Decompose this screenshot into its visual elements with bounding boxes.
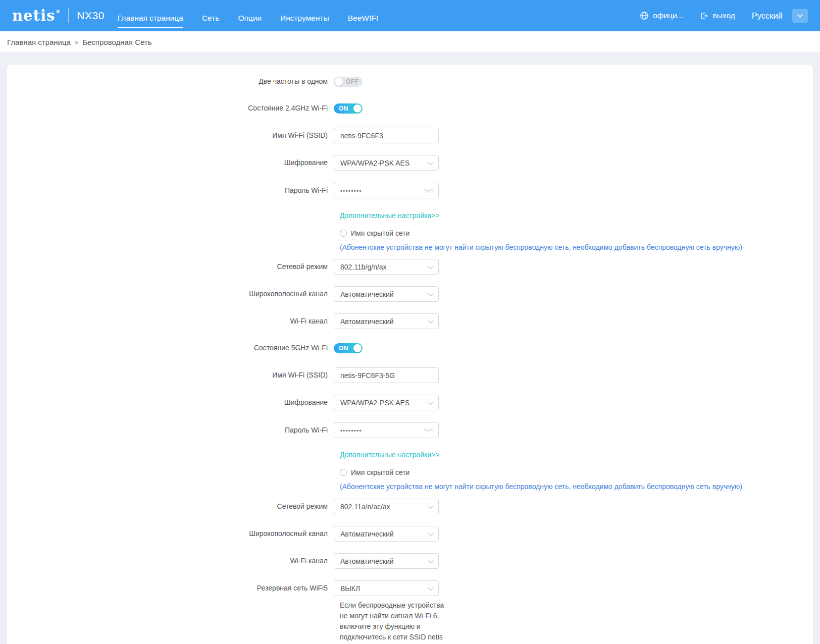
chevron-down-icon: [428, 560, 434, 564]
wifi24-channel-select[interactable]: Автоматический: [334, 313, 439, 329]
wifi24-hidden-ssid-radio[interactable]: [340, 230, 347, 237]
wifi5-status-toggle[interactable]: ON: [334, 343, 363, 353]
wifi24-channel-label: Wi-Fi канал: [7, 317, 334, 326]
brand-area: netis® NX30: [12, 8, 105, 23]
language-dropdown-button[interactable]: [792, 9, 808, 23]
language-label: Русский: [752, 11, 783, 21]
wifi5-ssid-input[interactable]: [334, 367, 439, 383]
wifi5-ssid-label: Имя Wi-Fi (SSID): [7, 371, 334, 380]
globe-icon: [640, 11, 649, 20]
netis-logo: netis®: [12, 9, 60, 23]
logout-button[interactable]: выход: [700, 11, 735, 20]
official-site-label: офици...: [653, 11, 684, 20]
breadcrumb-home[interactable]: Главная страница: [7, 38, 71, 46]
wifi5-encryption-select[interactable]: WPA/WPA2-PSK AES: [334, 395, 439, 410]
wifi5-status-label: Состояние 5GHz Wi-Fi: [7, 344, 334, 353]
wifi5-channel-label: Wi-Fi канал: [7, 557, 334, 566]
wifi24-bandwidth-label: Широкополосный канал: [7, 290, 334, 299]
top-navigation-bar: netis® NX30 Главная страница Сеть Опции …: [0, 0, 820, 31]
wifi5-mode-label: Сетевой режим: [7, 502, 334, 511]
nav-network[interactable]: Сеть: [202, 4, 219, 28]
toggle-state-label: OFF: [346, 77, 359, 87]
wifi24-encryption-select[interactable]: WPA/WPA2-PSK AES: [334, 155, 439, 171]
breadcrumb: Главная страница » Беспроводная Сеть: [0, 31, 820, 53]
toggle-knob: [353, 344, 362, 352]
wifi24-encryption-label: Шифрование: [7, 158, 334, 168]
main-nav: Главная страница Сеть Опции Инструменты …: [118, 0, 378, 31]
wifi5-bandwidth-label: Широкополосный канал: [7, 529, 334, 539]
nav-tools[interactable]: Инструменты: [280, 4, 329, 28]
wifi5-hidden-ssid-note: (Абонентские устройства не могут найти с…: [340, 482, 742, 491]
backup-wifi5-label: Резервная сеть WiFi5: [7, 584, 334, 593]
wifi24-mode-label: Сетевой режим: [7, 262, 334, 272]
chevron-down-icon: [428, 505, 434, 509]
nav-beewifi[interactable]: BeeWIFI: [348, 4, 378, 28]
wifi5-password-label: Пароль Wi-Fi: [7, 426, 334, 435]
backup-wifi5-select[interactable]: ВЫКЛ: [334, 580, 439, 596]
registered-mark: ®: [56, 9, 61, 14]
wifi24-ssid-input[interactable]: [334, 128, 439, 143]
nav-options[interactable]: Опции: [238, 4, 262, 28]
chevron-down-icon: [428, 265, 434, 270]
wifi24-password-label: Пароль Wi-Fi: [7, 186, 334, 195]
dual-band-toggle[interactable]: OFF: [334, 77, 363, 87]
wifi24-advanced-settings-link[interactable]: Дополнительные настройки>>: [340, 211, 439, 220]
wifi5-channel-select[interactable]: Автоматический: [334, 553, 439, 569]
chevron-down-icon: [428, 162, 434, 166]
eye-closed-icon[interactable]: [423, 188, 434, 194]
wifi24-ssid-label: Имя Wi-Fi (SSID): [7, 131, 334, 140]
wifi5-encryption-label: Шифрование: [7, 398, 334, 407]
logo-divider: [68, 8, 69, 23]
wifi24-status-label: Состояние 2.4GHz Wi-Fi: [7, 104, 334, 113]
wifi24-bandwidth-select[interactable]: Автоматический: [334, 286, 439, 302]
backup-wifi5-help-text: Если беспроводные устройства не могут на…: [340, 600, 450, 642]
toggle-state-label: ON: [339, 103, 348, 114]
wifi5-bandwidth-select[interactable]: Автоматический: [334, 526, 439, 542]
logout-icon: [700, 12, 708, 20]
wifi24-status-toggle[interactable]: ON: [334, 103, 363, 114]
wifi5-advanced-settings-link[interactable]: Дополнительные настройки>>: [340, 451, 439, 459]
model-name: NX30: [77, 10, 105, 22]
wifi24-mode-select[interactable]: 802.11b/g/n/ax: [334, 259, 439, 275]
breadcrumb-separator: »: [75, 38, 78, 46]
toggle-state-label: ON: [339, 343, 348, 353]
chevron-down-icon: [428, 401, 434, 405]
dual-band-label: Две частоты в одном: [7, 77, 334, 86]
wifi5-hidden-ssid-label: Имя скрытой сети: [351, 468, 409, 476]
wifi24-hidden-ssid-label: Имя скрытой сети: [351, 229, 409, 237]
toggle-knob: [335, 78, 343, 86]
chevron-down-icon: [428, 587, 434, 591]
wifi5-hidden-ssid-radio[interactable]: [340, 469, 347, 476]
chevron-down-icon: [797, 14, 803, 18]
chevron-down-icon: [428, 532, 434, 536]
chevron-down-icon: [428, 293, 434, 297]
breadcrumb-current: Беспроводная Сеть: [82, 38, 151, 46]
wireless-settings-card: Две частоты в одном OFF Состояние 2.4GHz…: [7, 65, 813, 644]
eye-closed-icon[interactable]: [423, 427, 434, 434]
nav-home[interactable]: Главная страница: [118, 4, 183, 28]
wifi24-hidden-ssid-note: (Абонентские устройства не могут найти с…: [340, 243, 742, 251]
logout-label: выход: [712, 11, 735, 20]
toggle-knob: [353, 104, 362, 113]
topbar-right: офици... выход Русский: [640, 9, 808, 23]
official-site-link[interactable]: офици...: [640, 11, 684, 20]
wifi5-mode-select[interactable]: 802.11a/n/ac/ax: [334, 499, 439, 514]
chevron-down-icon: [428, 320, 434, 324]
